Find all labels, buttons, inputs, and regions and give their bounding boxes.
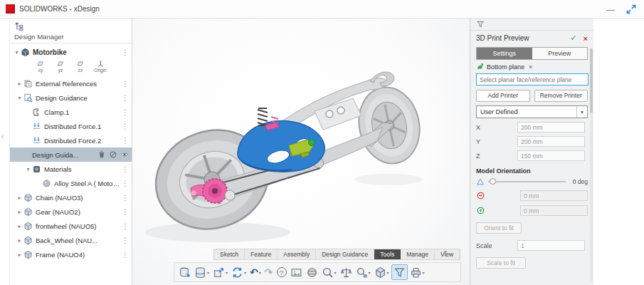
tree-item-alloy-steel[interactable]: Alloy Steel A ( Motorbike ) ⋮ <box>10 176 132 190</box>
delete-icon[interactable] <box>97 150 106 159</box>
kebab-menu-icon[interactable]: ⋮ <box>122 237 129 244</box>
tab-assembly[interactable]: Assembly <box>278 249 316 259</box>
scale-to-fit-button[interactable]: Scale to fit <box>476 257 526 269</box>
remove-printer-button[interactable]: Remove Printer <box>534 90 588 102</box>
tree-item-motorbike[interactable]: ▾ Motorbike ⋮ <box>10 45 132 59</box>
x-offset-input[interactable] <box>520 190 588 201</box>
accept-button[interactable]: ✓ <box>570 33 576 43</box>
tree-item-back-wheel[interactable]: ▸ Back_Wheel (NAU... ⋮ <box>10 233 132 247</box>
tab-design-guidance[interactable]: Design Guidance <box>316 249 374 259</box>
chip-close-icon[interactable]: × <box>529 63 532 71</box>
rotation-slider[interactable] <box>488 177 566 186</box>
collapse-ribbon-icon[interactable]: ▾ <box>444 249 447 255</box>
minimize-button[interactable]: — <box>604 3 617 16</box>
help-button[interactable]: ? <box>275 264 288 280</box>
import-export-icon[interactable] <box>177 264 192 280</box>
chevron-right-icon[interactable]: ▸ <box>16 223 23 229</box>
visibility-icon[interactable] <box>120 150 129 159</box>
add-printer-button[interactable]: Add Printer <box>476 90 530 102</box>
plane-yz[interactable]: yz <box>54 60 67 74</box>
dim-z-input[interactable] <box>517 150 585 161</box>
chevron-down-icon[interactable]: ▾ <box>13 49 21 56</box>
export-icon[interactable]: ▾ <box>211 264 229 280</box>
tree-item-chain[interactable]: ▸ Chain (NAUO3) ⋮ <box>10 190 132 204</box>
tree-item-materials[interactable]: ▾ Materials ⋮ <box>10 162 132 176</box>
tab-preview[interactable]: Preview <box>532 48 588 59</box>
suppress-icon[interactable] <box>109 150 117 159</box>
chevron-right-icon[interactable]: ▸ <box>16 237 23 244</box>
tree-item-clamp[interactable]: Clamp.1 ⋮ <box>10 105 132 119</box>
plane-xy[interactable]: xy <box>34 60 47 74</box>
tab-view[interactable]: View <box>435 249 460 259</box>
design-tree: ▾ Motorbike ⋮ xy yz zx Origin ▸ External… <box>10 43 132 261</box>
kebab-menu-icon[interactable]: ⋮ <box>122 80 129 88</box>
tree-item-design-guidance-result[interactable]: Design Guida... <box>10 147 132 162</box>
kebab-menu-icon[interactable]: ⋮ <box>122 222 129 230</box>
isometric-view-button[interactable]: ▾ <box>373 264 391 280</box>
kebab-menu-icon[interactable]: ⋮ <box>122 208 129 216</box>
redo-button[interactable]: ↷ <box>263 264 275 280</box>
orient-to-fit-button[interactable]: Orient to fit <box>476 222 522 234</box>
offset-x-row <box>476 190 588 201</box>
tree-item-distributed-force-2[interactable]: Distributed Force.2 ⋮ <box>10 133 132 147</box>
tab-tools[interactable]: Tools <box>374 249 401 259</box>
chevron-right-icon[interactable]: ▸ <box>16 209 23 215</box>
kebab-menu-icon[interactable]: ⋮ <box>122 194 129 202</box>
3d-viewport[interactable]: Sketch Feature Assembly Design Guidance … <box>132 19 470 285</box>
dropdown-arrow-icon[interactable]: ▼ <box>576 106 587 118</box>
printer-settings-button[interactable]: ▾ <box>408 264 426 280</box>
chevron-right-icon[interactable]: ▸ <box>16 81 23 87</box>
balance-icon <box>340 266 352 279</box>
snapshot-button[interactable] <box>289 264 304 280</box>
tab-manage[interactable]: Manage <box>401 249 435 259</box>
database-icon <box>194 266 206 279</box>
kebab-menu-icon[interactable]: ⋮ <box>122 48 129 56</box>
kebab-menu-icon[interactable]: ⋮ <box>122 108 129 116</box>
tab-feature[interactable]: Feature <box>245 249 278 259</box>
collapse-panel-icon[interactable]: ‹ <box>1 133 4 140</box>
printer-select[interactable]: User Defined ▼ <box>476 105 588 118</box>
scrollbar-thumb[interactable] <box>590 48 593 113</box>
kebab-menu-icon[interactable]: ⋮ <box>122 251 129 259</box>
app-title: SOLIDWORKS - xDesign <box>19 5 100 13</box>
data-sources-icon[interactable]: ▾ <box>193 264 211 280</box>
slider-knob[interactable] <box>490 178 496 185</box>
resize-window-icon[interactable] <box>625 4 637 15</box>
tree-item-label: Design Guida... <box>32 151 97 159</box>
origin-item[interactable]: Origin <box>94 60 107 74</box>
sync-icon[interactable]: ▾ <box>230 264 248 280</box>
plane-chip[interactable]: Bottom plane × <box>470 60 593 72</box>
chevron-right-icon[interactable]: ▸ <box>16 252 23 258</box>
tree-item-external-references[interactable]: ▸ External References ⋮ <box>10 76 132 90</box>
kebab-menu-icon[interactable]: ⋮ <box>122 137 129 145</box>
shaded-view-button[interactable] <box>305 264 320 280</box>
tab-sketch[interactable]: Sketch <box>214 249 245 259</box>
tree-item-distributed-force-1[interactable]: Distributed Force.1 ⋮ <box>10 119 132 133</box>
kebab-menu-icon[interactable]: ⋮ <box>122 123 129 130</box>
section-view-button[interactable]: ▾ <box>354 264 372 280</box>
plane-zx[interactable]: zx <box>74 60 87 74</box>
tree-item-gear[interactable]: ▸ Gear (NAUO2) ⋮ <box>10 204 132 219</box>
tree-item-frontwheel[interactable]: ▸ frontwheel (NAUO5) ⋮ <box>10 219 132 233</box>
kebab-menu-icon[interactable]: ⋮ <box>122 180 129 187</box>
cancel-button[interactable]: × <box>584 34 588 43</box>
print3d-preview-button[interactable] <box>391 264 408 280</box>
undo-button[interactable]: ↶▾ <box>248 264 263 280</box>
x-offset-icon <box>476 191 485 200</box>
measure-button[interactable] <box>339 264 354 280</box>
zoom-button[interactable]: ▾ <box>320 264 338 280</box>
panel-scrollbar[interactable] <box>590 48 593 282</box>
tree-item-frame[interactable]: ▸ Frame (NAUO4) ⋮ <box>10 247 132 261</box>
kebab-menu-icon[interactable]: ⋮ <box>122 165 129 173</box>
chevron-right-icon[interactable]: ▸ <box>16 195 23 201</box>
tree-item-design-guidance[interactable]: ▾ Design Guidance ⋮ <box>10 90 132 105</box>
dim-y-input[interactable] <box>517 136 585 147</box>
y-offset-input[interactable] <box>520 205 588 216</box>
scale-input[interactable] <box>517 240 585 251</box>
dim-x-input[interactable] <box>517 122 585 133</box>
chevron-down-icon[interactable]: ▾ <box>24 166 32 172</box>
plane-select-input[interactable] <box>476 73 588 86</box>
tab-settings[interactable]: Settings <box>477 48 532 59</box>
kebab-menu-icon[interactable]: ⋮ <box>122 94 129 102</box>
chevron-down-icon[interactable]: ▾ <box>16 95 23 101</box>
